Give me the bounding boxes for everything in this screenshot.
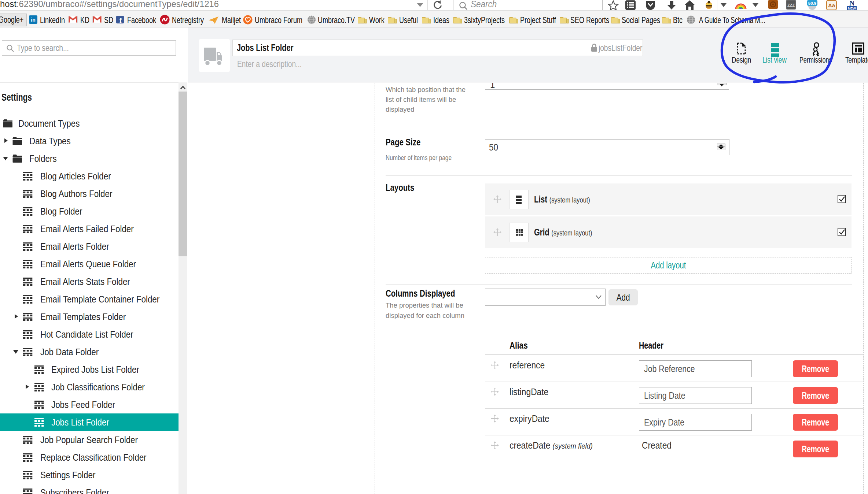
svg-text:Aa: Aa: [828, 2, 835, 8]
svg-text:NEW: NEW: [848, 6, 856, 10]
svg-text:f: f: [119, 17, 122, 23]
svg-text:50.9: 50.9: [808, 1, 816, 5]
svg-text:ZZZ: ZZZ: [787, 3, 795, 7]
svg-text:in: in: [31, 17, 35, 23]
